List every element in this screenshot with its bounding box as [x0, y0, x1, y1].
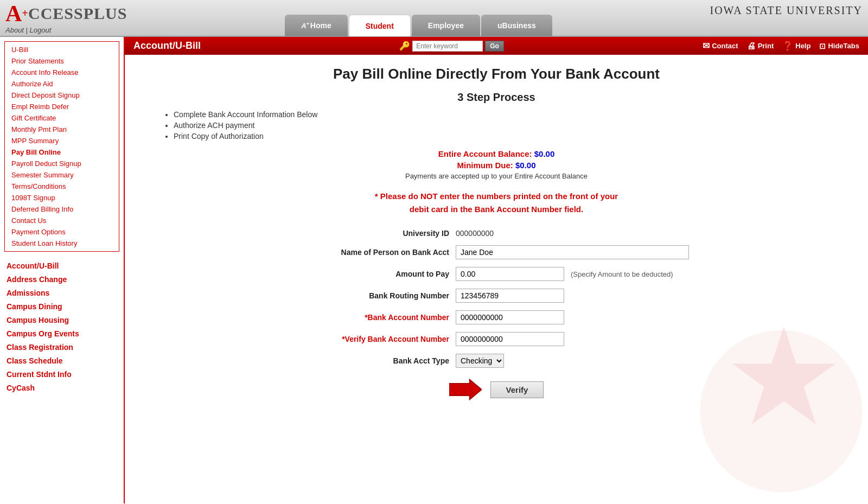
print-label: Print — [758, 42, 774, 50]
step-1: Complete Bank Account Information Below — [174, 110, 852, 119]
form-table: University ID 000000000 Name of Person o… — [293, 229, 700, 400]
hidetabs-action[interactable]: ⊡ HideTabs — [819, 42, 859, 50]
contact-label: Contact — [712, 42, 738, 50]
verify-row: Verify — [293, 379, 700, 400]
form-row-university-id: University ID 000000000 — [293, 229, 700, 238]
sidebar-item-authorize-aid[interactable]: Authorize Aid — [5, 78, 119, 90]
svg-text:★: ★ — [730, 324, 836, 445]
logo-a-letter: A — [5, 2, 22, 25]
sidebar-item-empl-reimb[interactable]: Empl Reimb Defer — [5, 101, 119, 112]
content: ★ Pay Bill Online Directly From Your Ban… — [125, 55, 868, 503]
account-number-input[interactable] — [456, 310, 564, 324]
sidebar-item-pay-bill[interactable]: Pay Bill Online — [5, 146, 119, 158]
hidetabs-label: HideTabs — [828, 42, 859, 50]
tab-employee-label: Employee — [428, 21, 464, 30]
step-3: Print Copy of Authorization — [174, 132, 852, 141]
sidebar-group-admissions[interactable]: Admissions — [0, 285, 124, 299]
svg-marker-2 — [449, 379, 482, 400]
sidebar-group-account-ubill[interactable]: Account/U-Bill — [0, 258, 124, 272]
routing-label: Bank Routing Number — [293, 291, 456, 300]
section-bar-search: 🔑 Go — [399, 41, 504, 52]
name-label: Name of Person on Bank Acct — [293, 248, 456, 257]
sidebar-item-account-info-release[interactable]: Account Info Release — [5, 67, 119, 78]
go-button[interactable]: Go — [485, 41, 504, 52]
help-action[interactable]: ❓ Help — [782, 41, 810, 51]
entire-balance-label: Entire Account Balance: — [438, 149, 532, 158]
sidebar-group-class-reg[interactable]: Class Registration — [0, 340, 124, 353]
sidebar-item-ubill[interactable]: U-Bill — [5, 44, 119, 55]
tab-ubusiness[interactable]: uBusiness — [481, 15, 552, 36]
contact-action[interactable]: ✉ Contact — [703, 41, 738, 51]
sidebar-item-terms[interactable]: Terms/Conditions — [5, 181, 119, 192]
sidebar-item-semester-summary[interactable]: Semester Summary — [5, 169, 119, 181]
minimum-due-line: Minimum Due: $0.00 — [141, 161, 852, 170]
amount-input[interactable] — [456, 267, 564, 281]
sidebar: U-Bill Prior Statements Account Info Rel… — [0, 37, 125, 503]
form-row-name: Name of Person on Bank Acct — [293, 245, 700, 259]
university-id-label: University ID — [293, 229, 456, 238]
sidebar-item-direct-deposit[interactable]: Direct Deposit Signup — [5, 90, 119, 101]
section-bar-title: Account/U-Bill — [133, 40, 201, 52]
account-number-label: *Bank Account Number — [293, 313, 456, 322]
verify-account-input[interactable] — [456, 332, 564, 346]
form-row-amount: Amount to Pay (Specify Amount to be dedu… — [293, 267, 700, 281]
sidebar-item-monthly-pmt[interactable]: Monthly Pmt Plan — [5, 124, 119, 135]
entire-balance-value: $0.00 — [534, 149, 555, 158]
section-bar-actions: ✉ Contact 🖨 Print ❓ Help ⊡ HideTabs — [703, 41, 859, 51]
name-input[interactable] — [456, 245, 689, 259]
sidebar-group-class-schedule[interactable]: Class Schedule — [0, 353, 124, 367]
amount-hint: (Specify Amount to be deducted) — [571, 270, 673, 278]
logo-sub[interactable]: About | Logout — [5, 26, 127, 34]
sidebar-item-student-loan[interactable]: Student Loan History — [5, 238, 119, 249]
sidebar-group-address[interactable]: Address Change — [0, 272, 124, 285]
key-icon: 🔑 — [399, 41, 410, 51]
form-row-routing: Bank Routing Number — [293, 289, 700, 303]
nav-tabs: A+ Home Student Employee uBusiness — [285, 0, 552, 36]
help-icon: ❓ — [782, 41, 793, 51]
form-row-account-number: *Bank Account Number — [293, 310, 700, 324]
header: A + CCESSPLUS About | Logout A+ Home Stu… — [0, 0, 868, 37]
page-title: Pay Bill Online Directly From Your Bank … — [141, 66, 852, 82]
main-layout: U-Bill Prior Statements Account Info Rel… — [0, 37, 868, 503]
verify-button[interactable]: Verify — [490, 381, 544, 398]
sidebar-item-1098t[interactable]: 1098T Signup — [5, 192, 119, 203]
sidebar-item-gift-certificate[interactable]: Gift Certificate — [5, 112, 119, 124]
help-label: Help — [795, 42, 810, 50]
home-a-icon: A+ — [301, 21, 309, 30]
form-row-acct-type: Bank Acct Type Checking Savings — [293, 354, 700, 368]
tab-student-label: Student — [366, 22, 394, 30]
routing-input[interactable] — [456, 289, 564, 303]
balance-note: Payments are accepted up to your Entire … — [141, 172, 852, 180]
watermark: ★ — [694, 324, 868, 498]
arrow-icon — [449, 379, 482, 400]
sidebar-group-campus-housing[interactable]: Campus Housing — [0, 312, 124, 326]
sidebar-item-deferred-billing[interactable]: Deferred Billing Info — [5, 203, 119, 215]
sidebar-item-prior-statements[interactable]: Prior Statements — [5, 55, 119, 67]
sidebar-item-contact-us[interactable]: Contact Us — [5, 215, 119, 226]
keyword-input[interactable] — [412, 41, 483, 52]
sidebar-group-cycash[interactable]: CyCash — [0, 380, 124, 394]
acct-type-label: Bank Acct Type — [293, 356, 456, 365]
tab-home-label: Home — [310, 21, 331, 30]
steps-list: Complete Bank Account Information Below … — [174, 110, 852, 141]
warning-text: * Please do NOT enter the numbers printe… — [141, 190, 852, 216]
logo-area: A + CCESSPLUS About | Logout — [5, 2, 127, 34]
tab-student[interactable]: Student — [349, 15, 411, 36]
acct-type-select[interactable]: Checking Savings — [456, 354, 504, 368]
hidetabs-icon: ⊡ — [819, 42, 826, 50]
sidebar-group-campus-org[interactable]: Campus Org Events — [0, 326, 124, 340]
balance-section: Entire Account Balance: $0.00 Minimum Du… — [141, 149, 852, 180]
sidebar-item-payment-options[interactable]: Payment Options — [5, 226, 119, 238]
isu-title: Iowa State University — [710, 4, 863, 17]
tab-home[interactable]: A+ Home — [285, 15, 348, 36]
sidebar-item-payroll[interactable]: Payroll Deduct Signup — [5, 158, 119, 169]
logo-plus: + — [22, 7, 28, 20]
sidebar-section-ubill: U-Bill Prior Statements Account Info Rel… — [4, 41, 119, 252]
print-action[interactable]: 🖨 Print — [747, 41, 774, 51]
sidebar-group-campus-dining[interactable]: Campus Dining — [0, 299, 124, 312]
tab-employee[interactable]: Employee — [412, 15, 480, 36]
svg-point-0 — [700, 330, 863, 493]
logo-text: CCESSPLUS — [28, 4, 127, 23]
sidebar-group-current-stdnt[interactable]: Current Stdnt Info — [0, 367, 124, 380]
sidebar-item-mpp-summary[interactable]: MPP Summary — [5, 135, 119, 146]
